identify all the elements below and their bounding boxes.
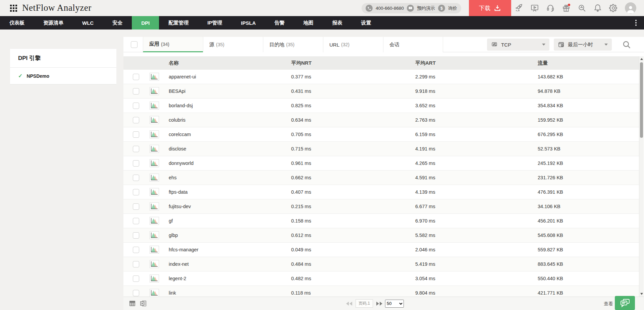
training-presentation-icon[interactable] bbox=[530, 4, 539, 12]
nav-item[interactable]: 地图 bbox=[294, 16, 323, 29]
row-checkbox[interactable] bbox=[133, 160, 139, 167]
nav-item[interactable]: 仪表板 bbox=[0, 16, 34, 29]
page-size-select[interactable]: 50 bbox=[385, 300, 404, 308]
table-row[interactable]: disclose 0.715 ms 4.191 ms 52.573 KB bbox=[123, 142, 639, 156]
scrollbar-thumb[interactable] bbox=[640, 62, 643, 138]
column-avg-nrt[interactable]: 平均NRT bbox=[288, 60, 413, 66]
support-headset-icon[interactable] bbox=[546, 4, 555, 12]
nav-item[interactable]: 资源清单 bbox=[34, 16, 73, 29]
app-name[interactable]: borland-dsj bbox=[166, 103, 288, 108]
export-excel-icon[interactable] bbox=[140, 300, 147, 307]
column-traffic[interactable]: 流量 bbox=[535, 60, 639, 66]
row-checkbox[interactable] bbox=[133, 103, 139, 109]
row-checkbox[interactable] bbox=[133, 88, 139, 95]
app-name[interactable]: colubris bbox=[166, 117, 288, 123]
table-row[interactable]: BESApi 0.431 ms 9.918 ms 94.878 KB bbox=[123, 84, 639, 99]
tab[interactable]: 会话 bbox=[383, 37, 443, 52]
app-name[interactable]: gf bbox=[166, 218, 288, 224]
table-row[interactable]: borland-dsj 0.825 ms 3.652 ms 354.834 KB bbox=[123, 99, 639, 113]
row-checkbox[interactable] bbox=[133, 261, 139, 267]
nav-item[interactable]: 告警 bbox=[265, 16, 294, 29]
app-name[interactable]: disclose bbox=[166, 146, 288, 151]
settings-gear-icon[interactable] bbox=[609, 4, 618, 12]
table-row[interactable]: gf 0.158 ms 6.970 ms 456.201 KB bbox=[123, 214, 639, 228]
app-name[interactable]: legent-2 bbox=[166, 276, 288, 281]
support-phone[interactable]: 400-660-8680 bbox=[376, 6, 404, 11]
mini-chart-icon[interactable] bbox=[150, 274, 159, 283]
row-checkbox[interactable] bbox=[133, 74, 139, 80]
mini-chart-icon[interactable] bbox=[150, 246, 159, 254]
nav-item[interactable]: 安全 bbox=[103, 16, 132, 29]
row-checkbox[interactable] bbox=[133, 189, 139, 195]
next-page-icon[interactable] bbox=[376, 302, 382, 306]
app-name[interactable]: glbp bbox=[166, 233, 288, 238]
table-row[interactable]: corelccam 0.705 ms 6.159 ms 676.295 KB bbox=[123, 127, 639, 142]
table-row[interactable]: fujitsu-dev 0.215 ms 6.677 ms 34.106 KB bbox=[123, 199, 639, 214]
tab[interactable]: 源 (35) bbox=[203, 37, 263, 52]
mini-chart-icon[interactable] bbox=[150, 73, 159, 81]
tab[interactable]: 目的地 (35) bbox=[263, 37, 323, 52]
user-avatar[interactable] bbox=[625, 2, 636, 14]
app-name[interactable]: BESApi bbox=[166, 88, 288, 94]
mini-chart-icon[interactable] bbox=[150, 188, 159, 196]
download-button[interactable]: 下载 bbox=[469, 0, 511, 16]
app-name[interactable]: ftps-data bbox=[166, 189, 288, 195]
mini-chart-icon[interactable] bbox=[150, 159, 159, 167]
time-range-dropdown[interactable]: 最后一小时 bbox=[554, 39, 612, 51]
mini-chart-icon[interactable] bbox=[150, 87, 159, 95]
get-quote-link[interactable]: 询价 bbox=[448, 5, 457, 11]
live-chat-button[interactable] bbox=[615, 296, 635, 310]
mini-chart-icon[interactable] bbox=[150, 217, 159, 225]
global-search-icon[interactable] bbox=[578, 4, 586, 12]
table-row[interactable]: colubris 0.634 ms 2.763 ms 159.952 KB bbox=[123, 113, 639, 127]
mini-chart-icon[interactable] bbox=[150, 102, 159, 110]
mini-chart-icon[interactable] bbox=[150, 260, 159, 268]
nav-item[interactable]: 设置 bbox=[352, 16, 381, 29]
table-row[interactable]: legent-2 0.482 ms 3.054 ms 550.440 KB bbox=[123, 271, 639, 286]
nav-item[interactable]: DPI bbox=[132, 16, 159, 29]
tab[interactable]: 应用 (34) bbox=[143, 37, 203, 52]
mini-chart-icon[interactable] bbox=[150, 174, 159, 182]
nav-item[interactable]: 报表 bbox=[323, 16, 352, 29]
app-name[interactable]: ehs bbox=[166, 175, 288, 180]
app-name[interactable]: donnyworld bbox=[166, 161, 288, 166]
mini-chart-icon[interactable] bbox=[150, 202, 159, 210]
protocol-dropdown[interactable]: TCP bbox=[487, 39, 549, 51]
table-row[interactable]: donnyworld 0.961 ms 4.265 ms 245.192 KB bbox=[123, 156, 639, 171]
row-checkbox[interactable] bbox=[133, 131, 139, 138]
scroll-up-icon[interactable] bbox=[640, 58, 643, 60]
row-checkbox[interactable] bbox=[133, 247, 139, 253]
tab[interactable]: URL (32) bbox=[323, 37, 383, 52]
row-checkbox[interactable] bbox=[133, 232, 139, 239]
sidebar-item-npsdemo[interactable]: ✓ NPSDemo bbox=[10, 68, 116, 84]
app-name[interactable]: fujitsu-dev bbox=[166, 204, 288, 209]
table-row[interactable]: hfcs-manager 0.049 ms 2.046 ms 559.827 K… bbox=[123, 243, 639, 257]
alarm-bell-icon[interactable] bbox=[593, 4, 602, 12]
apps-grid-icon[interactable] bbox=[10, 5, 17, 12]
whats-new-rocket-icon[interactable] bbox=[515, 4, 523, 12]
nav-item[interactable]: WLC bbox=[73, 16, 103, 29]
table-row[interactable]: apparenet-ui 0.377 ms 2.299 ms 143.682 K… bbox=[123, 70, 639, 84]
table-row[interactable]: link 0.118 ms 9.804 ms 421.771 KB bbox=[123, 286, 639, 297]
mini-chart-icon[interactable] bbox=[150, 116, 159, 124]
table-row[interactable]: glbp 0.612 ms 5.582 ms 545.608 KB bbox=[123, 228, 639, 243]
previous-page-icon[interactable] bbox=[346, 302, 353, 306]
row-checkbox[interactable] bbox=[133, 117, 139, 123]
nav-item[interactable]: IPSLA bbox=[231, 16, 265, 29]
row-checkbox[interactable] bbox=[133, 290, 139, 296]
column-name[interactable]: 名称 bbox=[166, 60, 288, 66]
book-demo-link[interactable]: 预约演示 bbox=[417, 5, 435, 11]
row-checkbox[interactable] bbox=[133, 175, 139, 181]
mini-chart-icon[interactable] bbox=[150, 145, 159, 153]
table-scrollbar[interactable] bbox=[639, 56, 644, 297]
table-row[interactable]: index-net 0.484 ms 5.419 ms 883.645 KB bbox=[123, 257, 639, 271]
app-name[interactable]: hfcs-manager bbox=[166, 247, 288, 252]
nav-item[interactable]: IP管理 bbox=[198, 16, 231, 29]
table-row[interactable]: ehs 0.662 ms 4.591 ms 231.726 KB bbox=[123, 171, 639, 185]
column-avg-art[interactable]: 平均ART bbox=[413, 60, 535, 66]
mini-chart-icon[interactable] bbox=[150, 231, 159, 239]
select-all-checkbox[interactable] bbox=[131, 41, 138, 48]
mini-chart-icon[interactable] bbox=[150, 289, 159, 297]
app-name[interactable]: apparenet-ui bbox=[166, 74, 288, 79]
mini-chart-icon[interactable] bbox=[150, 130, 159, 138]
